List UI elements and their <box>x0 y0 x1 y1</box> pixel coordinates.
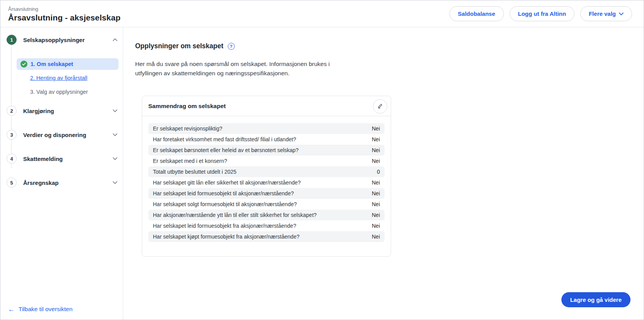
back-to-overview-link[interactable]: ← Tilbake til oversikten <box>8 306 73 313</box>
app-window: Årsavslutning Årsavslutning - aksjeselsk… <box>0 0 644 320</box>
body-layout: 1 Selskapsopplysninger 1. Om selskapet 2… <box>0 27 644 320</box>
question: Totalt utbytte besluttet utdelt i 2025 <box>153 169 236 175</box>
help-icon[interactable]: ? <box>228 43 235 50</box>
edit-button[interactable] <box>373 99 387 113</box>
back-link-label: Tilbake til oversikten <box>19 306 73 313</box>
substep-label: 3. Valg av opplysninger <box>30 89 88 95</box>
summary-row: Har foretaket virksomhet med fast drifts… <box>148 134 385 145</box>
logout-altinn-button[interactable]: Logg ut fra Altinn <box>510 6 575 21</box>
question: Er selskapet revisjonspliktig? <box>153 125 222 132</box>
step-number-badge: 4 <box>7 154 17 164</box>
substep-valg-av-opplysninger[interactable]: 3. Valg av opplysninger <box>17 86 119 98</box>
answer: Nei <box>372 136 380 142</box>
pencil-icon <box>377 103 383 110</box>
step-label: Selskapsopplysninger <box>23 37 85 43</box>
question: Har selskapet gitt lån eller sikkerhet t… <box>153 179 301 186</box>
summary-row: Har selskapet kjøpt formuesobjekt fra ak… <box>148 231 385 242</box>
answer: Nei <box>372 147 380 153</box>
back-arrow-icon: ← <box>8 306 15 313</box>
step-number-badge: 5 <box>7 178 17 188</box>
saldobalanse-button-label: Saldobalanse <box>458 10 495 17</box>
sidebar-step-verdier-og-disponering[interactable]: 3 Verdier og disponering <box>7 129 117 140</box>
substep-om-selskapet[interactable]: 1. Om selskapet <box>17 58 119 70</box>
check-circle-icon <box>20 61 27 68</box>
step-number-badge: 1 <box>7 35 17 45</box>
substep-label: 2. Henting av fjorårstall <box>30 75 87 81</box>
summary-row: Har selskapet leid formuesobjekt fra aks… <box>148 220 385 231</box>
summary-row: Er selskapet med i et konsern? Nei <box>148 156 385 166</box>
card-body: Er selskapet revisjonspliktig? Nei Har f… <box>142 116 391 256</box>
save-and-continue-button[interactable]: Lagre og gå videre <box>561 292 630 307</box>
question: Er selskapet børsnotert eller heleid av … <box>153 147 298 153</box>
content-heading: Opplysninger om selskapet ? <box>135 42 630 50</box>
breadcrumb: Årsavslutning <box>8 6 120 12</box>
question: Har selskapet leid formuesobjekt til aks… <box>153 190 294 196</box>
summary-row: Er selskapet revisjonspliktig? Nei <box>148 123 385 134</box>
sidebar-step-selskapsopplysninger[interactable]: 1 Selskapsopplysninger <box>7 34 117 45</box>
card-title: Sammendrag om selskapet <box>148 103 226 109</box>
chevron-down-icon <box>113 133 117 136</box>
answer: Nei <box>372 212 380 218</box>
summary-row: Har selskapet gitt lån eller sikkerhet t… <box>148 177 385 188</box>
intro-text: Her må du svare på noen spørsmål om sels… <box>135 59 350 78</box>
answer: Nei <box>372 234 380 240</box>
summary-row: Totalt utbytte besluttet utdelt i 2025 0 <box>148 166 385 177</box>
sidebar-step-arsregnskap[interactable]: 5 Årsregnskap <box>7 177 117 188</box>
logout-button-label: Logg ut fra Altinn <box>518 10 566 17</box>
card-header: Sammendrag om selskapet <box>142 96 391 116</box>
steps-sidebar: 1 Selskapsopplysninger 1. Om selskapet 2… <box>0 27 123 320</box>
answer: 0 <box>377 169 380 175</box>
answer: Nei <box>372 223 380 229</box>
more-options-label: Flere valg <box>589 10 616 17</box>
step-label: Klargjøring <box>23 108 54 114</box>
substep-henting-av-fjorarstall[interactable]: 2. Henting av fjorårstall <box>17 72 119 84</box>
chevron-down-icon <box>619 12 624 15</box>
question: Har selskapet solgt formuesobjekt til ak… <box>153 201 297 207</box>
answer: Nei <box>372 190 380 196</box>
more-options-button[interactable]: Flere valg <box>580 6 632 21</box>
saldobalanse-button[interactable]: Saldobalanse <box>449 6 504 21</box>
sidebar-step-klargjoring[interactable]: 2 Klargjøring <box>7 105 117 116</box>
question: Har selskapet kjøpt formuesobjekt fra ak… <box>153 234 300 240</box>
question: Har aksjonær/nærstående ytt lån til elle… <box>153 212 317 218</box>
step-label: Skattemelding <box>23 156 63 162</box>
sidebar-step-skattemelding[interactable]: 4 Skattemelding <box>7 153 117 164</box>
substep-label: 1. Om selskapet <box>31 61 73 67</box>
step-label: Verdier og disponering <box>23 132 86 138</box>
chevron-up-icon <box>113 38 117 41</box>
step-number-badge: 2 <box>7 106 17 116</box>
chevron-down-icon <box>113 109 117 112</box>
answer: Nei <box>372 201 380 207</box>
chevron-down-icon <box>113 157 117 160</box>
company-summary-card: Sammendrag om selskapet Er selskapet rev… <box>142 96 391 257</box>
answer: Nei <box>372 125 380 132</box>
chevron-down-icon <box>113 181 117 184</box>
answer: Nei <box>372 158 380 164</box>
summary-row: Har selskapet leid formuesobjekt til aks… <box>148 188 385 199</box>
summary-row: Er selskapet børsnotert eller heleid av … <box>148 145 385 156</box>
main-content: Opplysninger om selskapet ? Her må du sv… <box>123 27 644 320</box>
header-titles: Årsavslutning Årsavslutning - aksjeselsk… <box>8 5 120 22</box>
question: Har foretaket virksomhet med fast drifts… <box>153 136 296 142</box>
question: Er selskapet med i et konsern? <box>153 158 227 164</box>
step-label: Årsregnskap <box>23 179 59 186</box>
app-header: Årsavslutning Årsavslutning - aksjeselsk… <box>0 0 644 27</box>
section-title: Opplysninger om selskapet <box>135 42 224 50</box>
substep-list: 1. Om selskapet 2. Henting av fjorårstal… <box>17 58 119 98</box>
header-actions: Saldobalanse Logg ut fra Altinn Flere va… <box>449 6 632 21</box>
answer: Nei <box>372 179 380 186</box>
step-number-badge: 3 <box>7 130 17 140</box>
question: Har selskapet leid formuesobjekt fra aks… <box>153 223 296 229</box>
summary-row: Har selskapet solgt formuesobjekt til ak… <box>148 199 385 210</box>
summary-row: Har aksjonær/nærstående ytt lån til elle… <box>148 210 385 220</box>
page-title: Årsavslutning - aksjeselskap <box>8 13 120 22</box>
